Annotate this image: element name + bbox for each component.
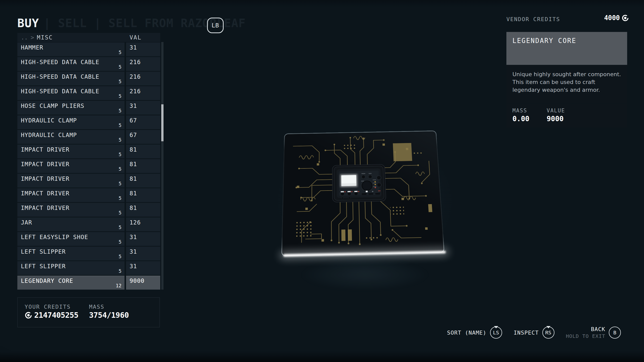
item-list-panel: ..>MISC VAL HAMMER 5 31 HIGH-SPEED DATA … — [17, 33, 164, 290]
item-name-cell[interactable]: LEFT SLIPPER 5 — [17, 261, 125, 275]
ls-stick-icon[interactable]: LS — [490, 327, 502, 339]
item-value-cell[interactable]: 67 — [126, 115, 160, 129]
item-quantity: 5 — [119, 239, 122, 245]
item-list-header: ..>MISC VAL — [17, 33, 160, 42]
item-name-cell[interactable]: LEFT EASYSLIP SHOE 5 — [17, 232, 125, 246]
detail-value-value: 9000 — [547, 115, 564, 123]
sort-label: SORT (NAME) — [447, 330, 487, 336]
item-name: HIGH-SPEED DATA CABLE — [21, 73, 99, 80]
table-row[interactable]: LEFT SLIPPER 5 31 — [17, 247, 164, 260]
item-quantity: 5 — [119, 93, 122, 99]
lb-shoulder-button-icon[interactable]: LB — [207, 18, 224, 33]
hold-to-exit-label: HOLD TO EXIT — [566, 333, 606, 339]
scrollbar-thumb[interactable] — [161, 104, 164, 141]
item-name-cell[interactable]: IMPACT DRIVER 5 — [17, 203, 125, 217]
table-row[interactable]: IMPACT DRIVER 5 81 — [17, 145, 164, 158]
table-row[interactable]: HIGH-SPEED DATA CABLE 5 216 — [17, 86, 164, 100]
inspect-control[interactable]: INSPECT RS — [514, 327, 554, 339]
b-button-icon[interactable]: B — [609, 327, 621, 339]
item-quantity: 12 — [116, 283, 122, 288]
item-quantity: 5 — [119, 210, 122, 215]
item-value-cell[interactable]: 31 — [126, 42, 160, 56]
controller-hints-bar: SORT (NAME) LS INSPECT RS BACK HOLD TO E… — [447, 326, 621, 339]
item-value-cell[interactable]: 81 — [126, 188, 160, 202]
table-row[interactable]: LEGENDARY CORE 12 9000 — [17, 276, 164, 290]
table-row[interactable]: LEFT EASYSLIP SHOE 5 31 — [17, 232, 164, 246]
inspect-label: INSPECT — [514, 330, 539, 336]
item-value: 31 — [130, 44, 137, 51]
item-value-cell[interactable]: 31 — [126, 247, 160, 260]
item-table-body: HAMMER 5 31 HIGH-SPEED DATA CABLE 5 216 … — [17, 42, 164, 290]
table-row[interactable]: HIGH-SPEED DATA CABLE 5 216 — [17, 72, 164, 85]
detail-stats-section: MASS 0.00 VALUE 9000 — [506, 104, 627, 128]
table-row[interactable]: IMPACT DRIVER 5 81 — [17, 174, 164, 188]
item-name-cell[interactable]: IMPACT DRIVER 5 — [17, 174, 125, 188]
scrollbar-track[interactable] — [161, 42, 164, 290]
item-name-cell[interactable]: IMPACT DRIVER 5 — [17, 159, 125, 173]
item-name: JAR — [21, 219, 32, 226]
ls-button-label: LS — [493, 330, 499, 336]
detail-header: LEGENDARY CORE — [506, 32, 627, 65]
item-value-cell[interactable]: 81 — [126, 145, 160, 158]
item-value-cell[interactable]: 216 — [126, 57, 160, 71]
item-name-cell[interactable]: HOSE CLAMP PLIERS 5 — [17, 101, 125, 115]
item-quantity: 5 — [119, 268, 122, 274]
item-name-cell[interactable]: HIGH-SPEED DATA CABLE 5 — [17, 72, 125, 85]
item-value: 81 — [130, 175, 137, 182]
item-value: 31 — [130, 234, 137, 240]
item-name-cell[interactable]: JAR 5 — [17, 217, 125, 231]
item-name-cell[interactable]: HYDRAULIC CLAMP 5 — [17, 130, 125, 144]
credits-icon — [25, 311, 32, 319]
item-value: 216 — [130, 59, 141, 65]
breadcrumb-up[interactable]: .. — [21, 34, 28, 41]
table-row[interactable]: IMPACT DRIVER 5 81 — [17, 188, 164, 202]
item-name: IMPACT DRIVER — [21, 146, 69, 153]
stick-notch-icon — [494, 326, 498, 328]
item-value-cell[interactable]: 67 — [126, 130, 160, 144]
back-control[interactable]: BACK HOLD TO EXIT B — [566, 326, 621, 339]
item-quantity: 5 — [119, 137, 122, 143]
breadcrumb-category: MISC — [37, 34, 53, 41]
item-quantity: 5 — [119, 254, 122, 259]
item-value-cell[interactable]: 81 — [126, 174, 160, 188]
table-row[interactable]: HAMMER 5 31 — [17, 42, 164, 56]
item-name-cell[interactable]: HYDRAULIC CLAMP 5 — [17, 115, 125, 129]
item-value-cell[interactable]: 31 — [126, 232, 160, 246]
item-name-cell[interactable]: IMPACT DRIVER 5 — [17, 145, 125, 158]
item-value-cell[interactable]: 126 — [126, 217, 160, 231]
table-row[interactable]: HOSE CLAMP PLIERS 5 31 — [17, 101, 164, 115]
vendor-credits-number: 4000 — [604, 14, 620, 22]
item-quantity: 5 — [119, 64, 122, 70]
table-row[interactable]: HYDRAULIC CLAMP 5 67 — [17, 115, 164, 129]
item-value-cell[interactable]: 31 — [126, 261, 160, 275]
item-name-cell[interactable]: LEGENDARY CORE 12 — [17, 276, 125, 290]
item-name-cell[interactable]: HAMMER 5 — [17, 42, 125, 56]
item-name-cell[interactable]: HIGH-SPEED DATA CABLE 5 — [17, 57, 125, 71]
item-name-cell[interactable]: HIGH-SPEED DATA CABLE 5 — [17, 86, 125, 100]
item-name-cell[interactable]: IMPACT DRIVER 5 — [17, 188, 125, 202]
circuit-board-image — [281, 130, 445, 256]
player-credits-box: YOUR CREDITS 2147405255 MASS 3754/1960 — [17, 297, 160, 327]
sort-control[interactable]: SORT (NAME) LS — [447, 327, 502, 339]
item-value-cell[interactable]: 81 — [126, 203, 160, 217]
item-value: 9000 — [130, 278, 144, 284]
item-value-cell[interactable]: 216 — [126, 86, 160, 100]
item-value-cell[interactable]: 31 — [126, 101, 160, 115]
table-row[interactable]: HIGH-SPEED DATA CABLE 5 216 — [17, 57, 164, 71]
table-row[interactable]: IMPACT DRIVER 5 81 — [17, 203, 164, 217]
table-row[interactable]: HYDRAULIC CLAMP 5 67 — [17, 130, 164, 144]
table-row[interactable]: IMPACT DRIVER 5 81 — [17, 159, 164, 173]
item-value: 31 — [130, 103, 137, 109]
tab-buy[interactable]: BUY — [17, 16, 39, 30]
item-value: 81 — [130, 205, 137, 211]
item-value-cell[interactable]: 216 — [126, 72, 160, 85]
table-row[interactable]: LEFT SLIPPER 5 31 — [17, 261, 164, 275]
item-name: HYDRAULIC CLAMP — [21, 132, 77, 138]
item-quantity: 5 — [119, 181, 122, 186]
item-value-cell[interactable]: 81 — [126, 159, 160, 173]
rs-stick-icon[interactable]: RS — [542, 327, 554, 339]
your-credits-value: 2147405255 — [25, 311, 78, 320]
table-row[interactable]: JAR 5 126 — [17, 217, 164, 231]
item-name-cell[interactable]: LEFT SLIPPER 5 — [17, 247, 125, 260]
item-value-cell[interactable]: 9000 — [126, 276, 160, 290]
